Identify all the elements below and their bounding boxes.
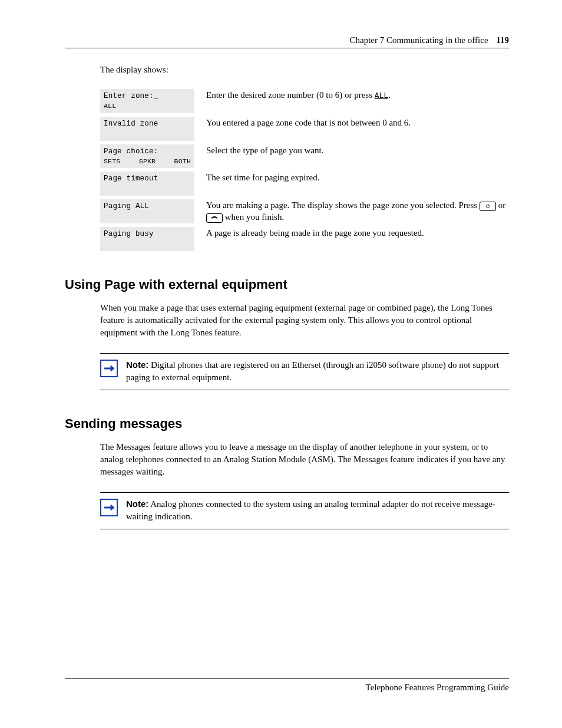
lcd-line1: Enter zone:_ <box>104 91 191 101</box>
note-rule-bottom <box>100 529 509 529</box>
lcd-line1: Paging ALL <box>104 201 191 212</box>
row-description: You are making a page. The display shows… <box>206 199 509 223</box>
release-key-icon <box>206 213 223 223</box>
row-description: A page is already being made in the page… <box>206 227 509 239</box>
body-paragraph: When you make a page that uses external … <box>100 302 509 339</box>
lcd-display: Paging ALL <box>100 199 194 223</box>
svg-marker-5 <box>111 505 114 510</box>
note-text: Note: Analog phones connected to the sys… <box>126 498 509 523</box>
row-description: The set time for paging expired. <box>206 172 509 183</box>
footer-rule <box>65 678 509 679</box>
all-button-ref: ALL <box>375 91 388 100</box>
softkey-right: BOTH <box>174 157 191 167</box>
svg-line-1 <box>488 204 489 205</box>
lcd-line1: Invalid zone <box>104 118 191 129</box>
body-paragraph: The Messages feature allows you to leave… <box>100 441 509 478</box>
note-rule-bottom <box>100 390 509 390</box>
page-footer: Telephone Features Programming Guide <box>65 674 509 693</box>
note-text: Note: Digital phones that are registered… <box>126 358 509 384</box>
display-row: Paging ALL You are making a page. The di… <box>100 199 509 223</box>
chapter-title: Communicating in the office <box>386 35 488 45</box>
note-label: Note: <box>126 360 148 370</box>
arrow-right-icon <box>100 360 118 377</box>
display-row: Invalid zone You entered a page zone cod… <box>100 117 509 141</box>
softkey-mid: SPKR <box>139 157 156 167</box>
arrow-right-icon <box>100 499 118 516</box>
display-row: Paging busy A page is already being made… <box>100 227 509 251</box>
row-description: Select the type of page you want. <box>206 144 509 156</box>
footer-text: Telephone Features Programming Guide <box>65 683 509 693</box>
svg-marker-3 <box>111 365 114 371</box>
lcd-line1: Page choice: <box>104 146 191 157</box>
feature-key-icon <box>480 202 496 211</box>
section-heading: Sending messages <box>65 416 509 431</box>
chapter-label: Chapter 7 <box>349 35 384 45</box>
note-label: Note: <box>126 499 148 509</box>
lcd-line1: Page timeout <box>104 173 191 184</box>
note-block: Note: Digital phones that are registered… <box>100 353 509 390</box>
lcd-display: Invalid zone <box>100 117 194 141</box>
lcd-display: Page choice: SETS SPKR BOTH <box>100 144 194 169</box>
header-rule <box>65 48 509 48</box>
row-description: Enter the desired zone number (0 to 6) o… <box>206 89 509 101</box>
note-block: Note: Analog phones connected to the sys… <box>100 492 509 529</box>
row-description: You entered a page zone code that is not… <box>206 117 509 129</box>
intro-line: The display shows: <box>100 65 509 75</box>
lcd-line1: Paging busy <box>104 229 191 239</box>
lcd-display: Enter zone:_ ALL <box>100 89 194 113</box>
softkey-left: ALL <box>104 101 116 111</box>
running-header: Chapter 7 Communicating in the office 11… <box>65 35 509 45</box>
display-row: Enter zone:_ ALL Enter the desired zone … <box>100 89 509 113</box>
lcd-display: Paging busy <box>100 227 194 251</box>
lcd-display: Page timeout <box>100 172 194 196</box>
section-heading: Using Page with external equipment <box>65 277 509 292</box>
softkey-left: SETS <box>104 157 120 167</box>
svg-point-0 <box>486 205 489 208</box>
page-number: 119 <box>496 35 509 45</box>
display-row: Page timeout The set time for paging exp… <box>100 172 509 196</box>
display-row: Page choice: SETS SPKR BOTH Select the t… <box>100 144 509 169</box>
